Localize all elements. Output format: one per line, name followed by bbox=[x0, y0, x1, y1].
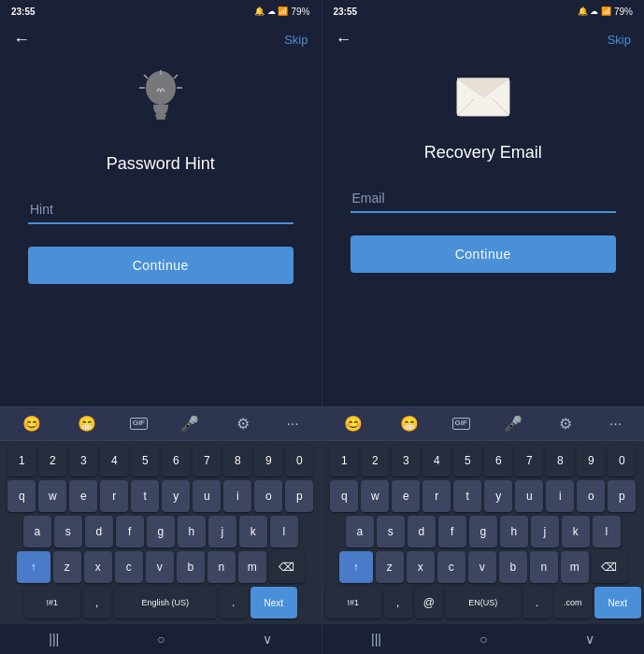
mic-icon[interactable]: 🎤 bbox=[177, 413, 203, 434]
left-back-nav-icon[interactable]: ∨ bbox=[263, 632, 272, 647]
left-backspace-key[interactable]: ⌫ bbox=[269, 551, 305, 583]
right-key-2[interactable]: 2 bbox=[361, 445, 389, 476]
key-b[interactable]: b bbox=[177, 551, 205, 583]
left-circle-icon[interactable]: ○ bbox=[157, 632, 165, 647]
key-e[interactable]: e bbox=[69, 480, 97, 512]
key-s[interactable]: s bbox=[54, 516, 82, 547]
right-key-s[interactable]: s bbox=[377, 516, 405, 547]
right-symbol-key[interactable]: !#1 bbox=[325, 587, 381, 618]
key-6[interactable]: 6 bbox=[162, 445, 190, 476]
left-hint-input[interactable] bbox=[28, 196, 293, 224]
key-v[interactable]: v bbox=[146, 551, 174, 583]
key-y[interactable]: y bbox=[162, 480, 190, 512]
right-key-d[interactable]: d bbox=[408, 516, 436, 547]
key-9[interactable]: 9 bbox=[254, 445, 282, 476]
right-key-8[interactable]: 8 bbox=[546, 445, 574, 476]
key-7[interactable]: 7 bbox=[193, 445, 221, 476]
key-4[interactable]: 4 bbox=[100, 445, 128, 476]
key-5[interactable]: 5 bbox=[131, 445, 159, 476]
right-key-e[interactable]: e bbox=[392, 480, 420, 512]
right-backspace-key[interactable]: ⌫ bbox=[592, 551, 627, 583]
key-m[interactable]: m bbox=[238, 551, 266, 583]
key-k[interactable]: k bbox=[239, 516, 267, 547]
more-icon[interactable]: ··· bbox=[282, 414, 302, 434]
key-0[interactable]: 0 bbox=[285, 445, 313, 476]
right-key-z[interactable]: z bbox=[376, 551, 404, 583]
right-key-v[interactable]: v bbox=[468, 551, 496, 583]
right-key-a[interactable]: a bbox=[346, 516, 374, 547]
right-email-input[interactable] bbox=[351, 185, 617, 213]
right-home-icon[interactable]: ||| bbox=[371, 632, 381, 647]
right-key-g[interactable]: g bbox=[469, 516, 497, 547]
right-key-h[interactable]: h bbox=[500, 516, 528, 547]
right-more-icon[interactable]: ··· bbox=[606, 414, 625, 434]
key-1[interactable]: 1 bbox=[7, 445, 36, 476]
right-key-t[interactable]: t bbox=[453, 480, 481, 512]
left-shift-key[interactable]: ↑ bbox=[17, 551, 50, 583]
key-l[interactable]: l bbox=[270, 516, 298, 547]
right-key-0[interactable]: 0 bbox=[608, 445, 636, 476]
right-key-y[interactable]: y bbox=[484, 480, 512, 512]
right-skip-button[interactable]: Skip bbox=[608, 33, 631, 47]
left-skip-button[interactable]: Skip bbox=[284, 33, 308, 47]
right-key-6[interactable]: 6 bbox=[484, 445, 512, 476]
key-2[interactable]: 2 bbox=[38, 445, 66, 476]
key-g[interactable]: g bbox=[147, 516, 175, 547]
key-3[interactable]: 3 bbox=[69, 445, 97, 476]
left-space-key[interactable]: English (US) bbox=[114, 587, 217, 618]
right-comma-key[interactable]: , bbox=[384, 587, 412, 618]
right-emoji-icon[interactable]: 😊 bbox=[340, 413, 366, 434]
key-h[interactable]: h bbox=[178, 516, 206, 547]
key-q[interactable]: q bbox=[7, 480, 36, 512]
right-key-i[interactable]: i bbox=[546, 480, 574, 512]
right-key-q[interactable]: q bbox=[330, 480, 358, 512]
right-key-5[interactable]: 5 bbox=[453, 445, 481, 476]
right-space-key[interactable]: EN(US) bbox=[446, 587, 521, 618]
right-key-k[interactable]: k bbox=[562, 516, 590, 547]
right-circle-icon[interactable]: ○ bbox=[479, 632, 487, 647]
left-symbol-key[interactable]: !#1 bbox=[24, 587, 80, 618]
key-o[interactable]: o bbox=[254, 480, 282, 512]
right-key-7[interactable]: 7 bbox=[515, 445, 543, 476]
right-next-key[interactable]: Next bbox=[594, 587, 641, 618]
settings-icon[interactable]: ⚙ bbox=[233, 413, 253, 434]
sticker-icon[interactable]: 😁 bbox=[74, 413, 100, 434]
key-n[interactable]: n bbox=[208, 551, 236, 583]
right-key-l[interactable]: l bbox=[593, 516, 621, 547]
right-dotcom-key[interactable]: .com bbox=[554, 587, 592, 618]
right-key-3[interactable]: 3 bbox=[392, 445, 420, 476]
right-shift-key[interactable]: ↑ bbox=[339, 551, 373, 583]
right-settings-icon[interactable]: ⚙ bbox=[555, 413, 576, 434]
key-z[interactable]: z bbox=[53, 551, 81, 583]
right-period-key[interactable]: . bbox=[523, 587, 551, 618]
key-p[interactable]: p bbox=[285, 480, 313, 512]
key-c[interactable]: c bbox=[115, 551, 143, 583]
key-8[interactable]: 8 bbox=[223, 445, 251, 476]
key-d[interactable]: d bbox=[85, 516, 113, 547]
right-key-b[interactable]: b bbox=[499, 551, 527, 583]
left-continue-button[interactable]: Continue bbox=[28, 247, 293, 284]
right-key-x[interactable]: x bbox=[407, 551, 435, 583]
gif-icon[interactable]: GIF bbox=[130, 418, 148, 429]
key-a[interactable]: a bbox=[23, 516, 51, 547]
key-f[interactable]: f bbox=[116, 516, 144, 547]
key-u[interactable]: u bbox=[193, 480, 221, 512]
right-key-1[interactable]: 1 bbox=[330, 445, 358, 476]
right-at-key[interactable]: @ bbox=[415, 587, 443, 618]
right-mic-icon[interactable]: 🎤 bbox=[500, 413, 526, 434]
right-back-nav-icon[interactable]: ∨ bbox=[585, 632, 594, 647]
right-key-u[interactable]: u bbox=[515, 480, 543, 512]
right-continue-button[interactable]: Continue bbox=[351, 235, 617, 273]
right-key-9[interactable]: 9 bbox=[577, 445, 605, 476]
key-x[interactable]: x bbox=[84, 551, 112, 583]
key-j[interactable]: j bbox=[208, 516, 236, 547]
left-comma-key[interactable]: , bbox=[83, 587, 111, 618]
left-back-button[interactable]: ← bbox=[13, 30, 30, 50]
key-i[interactable]: i bbox=[223, 480, 251, 512]
right-key-o[interactable]: o bbox=[577, 480, 605, 512]
right-key-c[interactable]: c bbox=[437, 551, 465, 583]
key-w[interactable]: w bbox=[38, 480, 66, 512]
right-key-p[interactable]: p bbox=[608, 480, 636, 512]
key-t[interactable]: t bbox=[131, 480, 159, 512]
emoji-icon[interactable]: 😊 bbox=[19, 413, 45, 434]
